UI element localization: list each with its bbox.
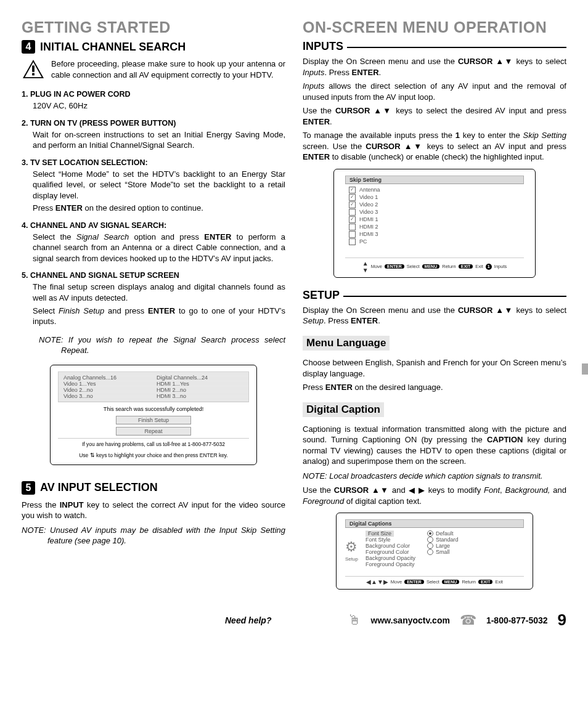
skip-nav-bar: ▲▼Move ENTERSelect MENUReturn EXITExit 1…: [345, 258, 524, 274]
dc-nav-bar: ◀▲▼▶Move ENTERSelect MENUReturn EXITExit: [345, 576, 524, 585]
skip-item[interactable]: HDMI 2: [349, 224, 524, 230]
mouse-icon: 🖱: [348, 612, 361, 628]
footer-phone: 1-800-877-5032: [486, 615, 548, 625]
panel-instruction-text: Use ⇅ keys to highlight your choice and …: [58, 450, 249, 458]
footer-url: www.sanyoctv.com: [371, 615, 450, 625]
caption-option-row[interactable]: Foreground ColorSmall: [365, 549, 524, 555]
signal-search-note: NOTE: If you wish to repeat the Signal S…: [39, 335, 285, 356]
setup-steps-list: 1. PLUG IN AC POWER CORD120V AC, 60Hz2. …: [22, 90, 285, 327]
page-number: 9: [558, 611, 566, 630]
page-footer: Need help? 🖱 www.sanyoctv.com ☎ 1-800-87…: [22, 611, 566, 630]
svg-rect-2: [32, 65, 35, 71]
setup-section-heading: SETUP: [303, 289, 566, 302]
repeat-button[interactable]: Repeat: [116, 427, 191, 436]
inputs-p1: Display the On Screen menu and use the C…: [303, 56, 566, 78]
finish-setup-button[interactable]: Finish Setup: [116, 416, 191, 424]
caption-p1: Captioning is textual information transm…: [303, 424, 566, 467]
step-5-number: 5: [22, 481, 35, 495]
digital-captions-panel: Digital Captions ⚙ Setup Font SizeDefaul…: [336, 513, 533, 590]
setup-step: 1. PLUG IN AC POWER CORD120V AC, 60Hz: [22, 90, 285, 112]
setup-step: 2. TURN ON TV (PRESS POWER BUTTON)Wait f…: [22, 119, 285, 151]
setup-step: 4. CHANNEL AND AV SIGNAL SEARCH:Select t…: [22, 221, 285, 264]
skip-item[interactable]: ✓Antenna: [349, 187, 524, 193]
av-input-text: Press the INPUT key to select the correc…: [22, 500, 285, 521]
skip-item[interactable]: PC: [349, 238, 524, 245]
skip-item[interactable]: ✓Video 2: [349, 201, 524, 208]
warning-icon: [22, 59, 45, 81]
caption-note: NOTE: Local broadcasters decide which ca…: [303, 471, 566, 482]
gear-icon: ⚙: [345, 539, 357, 555]
caption-option-row[interactable]: Font SizeDefault: [365, 530, 524, 537]
setup-step: 5. CHANNEL AND SIGNAL SETUP SCREENThe fi…: [22, 271, 285, 327]
skip-setting-panel: Skip Setting ✓Antenna✓Video 1✓Video 2Vid…: [333, 169, 536, 278]
getting-started-heading: GETTING STARTED: [22, 18, 285, 36]
setup-success-message: This search was successfully completed!: [58, 406, 249, 412]
inputs-section-heading: INPUTS: [303, 40, 566, 53]
caption-p2: Use the CURSOR ▲▼ and ◀ ▶ keys to modify…: [303, 485, 566, 506]
step-5-heading: 5 AV INPUT SELECTION: [22, 481, 285, 495]
setup-complete-panel: Analog Channels...16Video 1...YesVideo 2…: [50, 365, 257, 465]
step-4-number: 4: [22, 40, 35, 54]
step-4-title: INITIAL CHANNEL SEARCH: [40, 41, 186, 54]
caption-option-row[interactable]: Foreground Opacity: [365, 561, 524, 567]
skip-item[interactable]: Video 3: [349, 209, 524, 216]
inputs-p2: Inputs allows the direct selection of an…: [303, 81, 566, 102]
menulang-p1: Choose between English, Spanish and Fren…: [303, 357, 566, 379]
warning-text: Before proceeding, please make sure to h…: [51, 59, 285, 80]
skip-item[interactable]: ✓HDMI 1: [349, 216, 524, 223]
step-5-title: AV INPUT SELECTION: [40, 481, 158, 494]
caption-option-row[interactable]: Font StyleStandard: [365, 537, 524, 543]
inputs-p4: To manage the available inputs press the…: [303, 130, 566, 163]
onscreen-menu-heading: ON-SCREEN MENU OPERATION: [303, 18, 566, 36]
setup-p1: Display the On Screen menu and use the C…: [303, 305, 566, 327]
inputs-p3: Use the CURSOR ▲▼ keys to select the des…: [303, 105, 566, 127]
menu-language-heading: Menu Language: [303, 336, 390, 351]
page-edge-tab: [582, 363, 588, 375]
panel-help-text: If you are having problems, call us toll…: [58, 438, 249, 447]
digital-captions-title: Digital Captions: [345, 519, 524, 528]
need-help-label: Need help?: [225, 615, 271, 625]
step-4-heading: 4 INITIAL CHANNEL SEARCH: [22, 40, 285, 54]
caption-option-row[interactable]: Background ColorLarge: [365, 543, 524, 549]
skip-item[interactable]: HDMI 3: [349, 231, 524, 238]
svg-rect-3: [32, 73, 35, 76]
av-input-note: NOTE: Unused AV inputs may be disabled w…: [22, 525, 285, 546]
phone-icon: ☎: [460, 612, 476, 628]
skip-setting-title: Skip Setting: [345, 176, 524, 184]
menulang-p2: Press ENTER on the desired language.: [303, 382, 566, 393]
setup-step: 3. TV SET LOCATION SELECTION:Select “Hom…: [22, 158, 285, 214]
digital-caption-heading: Digital Caption: [303, 402, 384, 417]
setup-label: Setup: [345, 556, 358, 562]
skip-item[interactable]: ✓Video 1: [349, 194, 524, 201]
caption-option-row[interactable]: Background Opacity: [365, 555, 524, 561]
